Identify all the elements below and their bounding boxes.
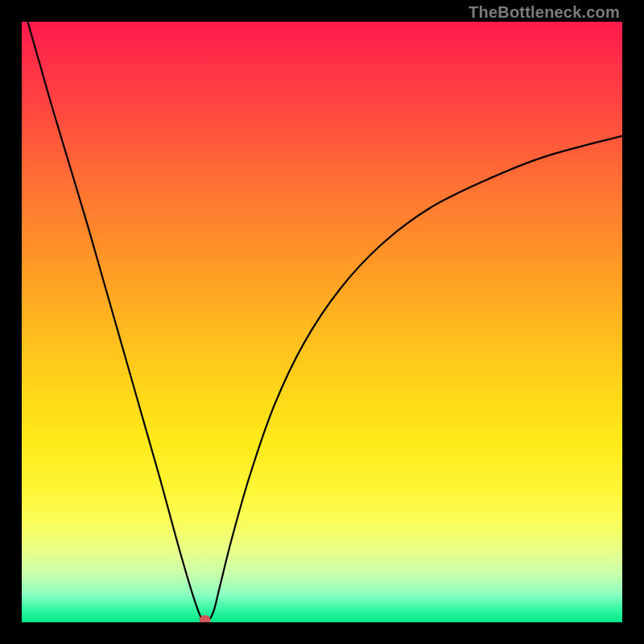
curve-layer bbox=[22, 22, 622, 622]
bottleneck-curve bbox=[27, 22, 622, 622]
chart-container: TheBottleneck.com bbox=[0, 0, 644, 644]
watermark-text: TheBottleneck.com bbox=[469, 3, 620, 22]
